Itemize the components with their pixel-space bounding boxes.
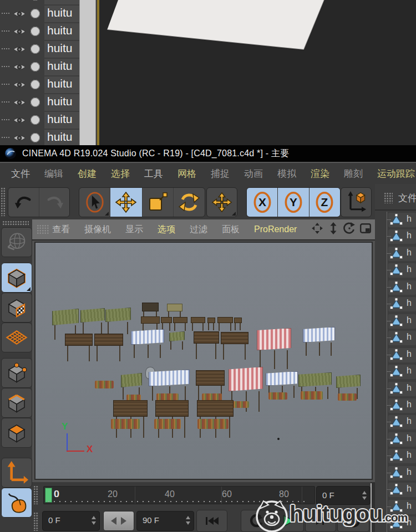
- move-tool-button[interactable]: [110, 188, 142, 217]
- live-selection-tool-button[interactable]: [79, 188, 110, 217]
- texture-mode-button[interactable]: [1, 293, 32, 323]
- viewport-menu-item[interactable]: ProRender: [254, 224, 297, 234]
- object-manager-menu-file[interactable]: 文件: [398, 192, 416, 204]
- menu-item[interactable]: 动画: [244, 167, 263, 180]
- frame-step-buttons[interactable]: [103, 511, 134, 531]
- upper-viewport[interactable]: [99, 0, 416, 145]
- menu-item[interactable]: 创建: [78, 167, 97, 180]
- range-start-field[interactable]: 0 F: [42, 511, 100, 531]
- spinner-arrows-icon[interactable]: [92, 515, 97, 525]
- visibility-eye-toggle[interactable]: [12, 80, 27, 90]
- enable-axis-button[interactable]: [1, 458, 32, 488]
- visibility-dot-toggle[interactable]: [31, 80, 40, 89]
- object-row[interactable]: h: [375, 482, 416, 498]
- viewport-solo-button[interactable]: [1, 488, 32, 518]
- visibility-eye-toggle[interactable]: [12, 9, 27, 19]
- object-row[interactable]: h: [375, 313, 416, 330]
- rotate-tool-button[interactable]: [174, 188, 205, 217]
- viewport-zoom-icon[interactable]: [327, 222, 339, 234]
- next-frame-button[interactable]: [305, 510, 336, 532]
- last-tool-move-button[interactable]: [207, 188, 237, 217]
- goto-start-button[interactable]: [196, 510, 227, 532]
- make-editable-button[interactable]: [1, 227, 32, 257]
- object-row[interactable]: h: [375, 431, 416, 448]
- object-row[interactable]: h: [375, 228, 416, 245]
- viewport-menu-item[interactable]: 面板: [222, 224, 240, 236]
- polygons-mode-button[interactable]: [1, 418, 32, 448]
- undo-button[interactable]: [8, 188, 39, 217]
- menu-item[interactable]: 编辑: [44, 167, 63, 180]
- timeline-ruler[interactable]: 0 020406080: [43, 486, 315, 504]
- visibility-eye-toggle[interactable]: [12, 44, 27, 54]
- visibility-dot-toggle[interactable]: [31, 133, 40, 142]
- object-row[interactable]: h: [375, 245, 416, 262]
- vertical-scrollbar[interactable]: [79, 0, 96, 145]
- visibility-dot-toggle[interactable]: [31, 0, 40, 1]
- menu-item[interactable]: 模拟: [277, 167, 296, 180]
- goto-end-button[interactable]: [337, 510, 369, 532]
- object-row[interactable]: h: [375, 364, 416, 380]
- visibility-eye-toggle[interactable]: [12, 62, 27, 72]
- axis-lock-z-button[interactable]: Z: [310, 188, 340, 217]
- object-row[interactable]: h: [375, 347, 416, 364]
- edges-mode-button[interactable]: [1, 388, 32, 418]
- scale-tool-button[interactable]: [143, 188, 174, 217]
- object-row[interactable]: h: [375, 279, 416, 296]
- timeline-grip[interactable]: [33, 512, 39, 531]
- panel-edge[interactable]: [371, 483, 372, 532]
- workplane-mode-button[interactable]: [1, 323, 32, 352]
- object-row[interactable]: h: [375, 515, 416, 532]
- palette-grip[interactable]: [2, 221, 29, 226]
- object-row[interactable]: h: [375, 381, 416, 397]
- object-row[interactable]: h: [375, 499, 416, 515]
- object-row[interactable]: h: [375, 414, 416, 431]
- visibility-eye-toggle[interactable]: [12, 0, 27, 1]
- redo-button[interactable]: [39, 188, 69, 217]
- visibility-dot-toggle[interactable]: [31, 44, 40, 54]
- viewport-menu-item[interactable]: 查看: [52, 224, 70, 236]
- viewport-menu-item[interactable]: 摄像机: [84, 224, 111, 236]
- menu-item[interactable]: 文件: [11, 167, 30, 180]
- menu-item[interactable]: 运动跟踪: [377, 167, 415, 180]
- visibility-dot-toggle[interactable]: [31, 9, 40, 18]
- viewport-menu-item[interactable]: 过滤: [190, 224, 207, 236]
- menu-item[interactable]: 工具: [144, 167, 163, 180]
- object-row[interactable]: h: [375, 397, 416, 414]
- menu-item[interactable]: 雕刻: [344, 167, 363, 180]
- timeline-grip[interactable]: [33, 485, 39, 504]
- visibility-eye-toggle[interactable]: [12, 27, 27, 37]
- visibility-dot-toggle[interactable]: [31, 62, 40, 71]
- play-backwards-button[interactable]: [241, 510, 272, 532]
- axis-lock-x-button[interactable]: X: [247, 188, 278, 217]
- spinner-arrows-icon[interactable]: [362, 490, 367, 500]
- menu-item[interactable]: 选择: [111, 167, 130, 180]
- viewport-rotate-icon[interactable]: [343, 222, 356, 234]
- spinner-arrows-icon[interactable]: [186, 515, 191, 525]
- viewport-pan-icon[interactable]: [311, 222, 323, 234]
- visibility-dot-toggle[interactable]: [31, 98, 40, 107]
- object-row[interactable]: h: [375, 448, 416, 464]
- viewport-menu-item[interactable]: 选项: [158, 224, 175, 236]
- range-end-field[interactable]: 90 F: [136, 511, 194, 531]
- menu-item[interactable]: 网格: [177, 167, 196, 180]
- visibility-eye-toggle[interactable]: [12, 115, 27, 125]
- menu-item[interactable]: 捕捉: [211, 167, 230, 180]
- menu-item[interactable]: 渲染: [311, 167, 329, 180]
- visibility-dot-toggle[interactable]: [31, 115, 40, 125]
- toolbar-grip[interactable]: [1, 187, 6, 216]
- object-row[interactable]: h: [375, 330, 416, 346]
- object-row[interactable]: h: [375, 262, 416, 279]
- model-mode-button[interactable]: [1, 263, 32, 293]
- points-mode-button[interactable]: [1, 358, 32, 388]
- panel-grip[interactable]: [384, 192, 393, 203]
- axis-lock-y-button[interactable]: Y: [278, 188, 309, 217]
- object-row[interactable]: h: [375, 212, 416, 228]
- object-row[interactable]: h: [375, 296, 416, 313]
- viewport-grip[interactable]: [37, 224, 49, 234]
- viewport-menu-item[interactable]: 显示: [125, 224, 143, 236]
- coordinate-system-button[interactable]: [341, 188, 371, 217]
- viewport-canvas[interactable]: Y X: [34, 242, 373, 480]
- visibility-dot-toggle[interactable]: [31, 27, 40, 36]
- viewport-toggle-icon[interactable]: [359, 222, 372, 234]
- current-frame-field[interactable]: 0 F: [316, 486, 371, 505]
